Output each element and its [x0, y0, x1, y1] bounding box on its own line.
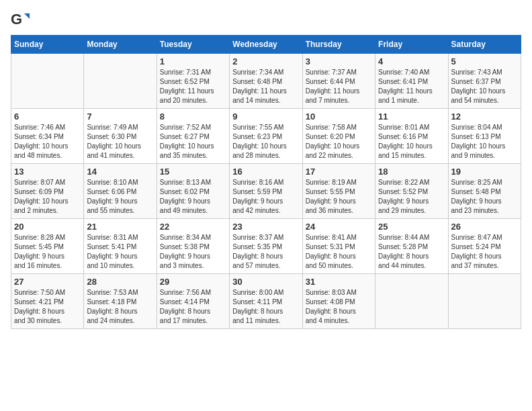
calendar-cell: 22Sunrise: 8:34 AM Sunset: 5:38 PM Dayli…: [157, 219, 229, 274]
day-content: Sunrise: 8:19 AM Sunset: 5:55 PM Dayligh…: [306, 178, 372, 216]
col-header-wednesday: Wednesday: [230, 36, 302, 54]
day-number: 16: [232, 167, 299, 177]
calendar-cell: 26Sunrise: 8:47 AM Sunset: 5:24 PM Dayli…: [448, 219, 521, 274]
calendar-cell: 2Sunrise: 7:34 AM Sunset: 6:48 PM Daylig…: [230, 54, 302, 109]
day-content: Sunrise: 8:25 AM Sunset: 5:48 PM Dayligh…: [451, 178, 518, 216]
day-number: 3: [306, 56, 372, 66]
col-header-friday: Friday: [375, 36, 448, 54]
day-number: 20: [14, 222, 81, 232]
day-content: Sunrise: 8:04 AM Sunset: 6:13 PM Dayligh…: [451, 123, 518, 161]
calendar-cell: 1Sunrise: 7:31 AM Sunset: 6:52 PM Daylig…: [157, 54, 229, 109]
calendar-cell: [448, 274, 521, 329]
day-number: 8: [160, 111, 226, 122]
day-content: Sunrise: 8:22 AM Sunset: 5:52 PM Dayligh…: [378, 178, 445, 216]
day-number: 17: [306, 167, 372, 177]
day-content: Sunrise: 7:31 AM Sunset: 6:52 PM Dayligh…: [160, 68, 226, 105]
day-number: 14: [87, 167, 153, 177]
calendar-cell: 8Sunrise: 7:52 AM Sunset: 6:27 PM Daylig…: [157, 109, 229, 164]
day-content: Sunrise: 8:41 AM Sunset: 5:31 PM Dayligh…: [306, 233, 372, 271]
day-number: 2: [232, 56, 299, 66]
day-number: 9: [232, 111, 299, 122]
day-content: Sunrise: 8:16 AM Sunset: 5:59 PM Dayligh…: [232, 178, 299, 216]
day-content: Sunrise: 8:01 AM Sunset: 6:16 PM Dayligh…: [378, 123, 445, 161]
calendar-cell: 5Sunrise: 7:43 AM Sunset: 6:37 PM Daylig…: [448, 54, 521, 109]
calendar-cell: 24Sunrise: 8:41 AM Sunset: 5:31 PM Dayli…: [302, 219, 375, 274]
calendar-cell: 12Sunrise: 8:04 AM Sunset: 6:13 PM Dayli…: [448, 109, 521, 164]
calendar-cell: 11Sunrise: 8:01 AM Sunset: 6:16 PM Dayli…: [375, 109, 448, 164]
calendar-cell: 13Sunrise: 8:07 AM Sunset: 6:09 PM Dayli…: [11, 164, 84, 219]
day-content: Sunrise: 7:50 AM Sunset: 4:21 PM Dayligh…: [14, 288, 81, 326]
day-content: Sunrise: 7:56 AM Sunset: 4:14 PM Dayligh…: [160, 288, 226, 326]
day-content: Sunrise: 7:37 AM Sunset: 6:44 PM Dayligh…: [306, 68, 372, 105]
day-number: 7: [87, 111, 153, 122]
calendar-cell: 29Sunrise: 7:56 AM Sunset: 4:14 PM Dayli…: [157, 274, 229, 329]
day-number: 19: [451, 167, 518, 177]
day-content: Sunrise: 7:52 AM Sunset: 6:27 PM Dayligh…: [160, 123, 226, 161]
calendar-cell: [11, 54, 84, 109]
col-header-monday: Monday: [84, 36, 157, 54]
calendar-cell: 25Sunrise: 8:44 AM Sunset: 5:28 PM Dayli…: [375, 219, 448, 274]
week-row-2: 13Sunrise: 8:07 AM Sunset: 6:09 PM Dayli…: [11, 164, 521, 219]
logo-icon: G: [11, 11, 30, 30]
day-content: Sunrise: 8:37 AM Sunset: 5:35 PM Dayligh…: [232, 233, 299, 271]
day-number: 28: [87, 277, 153, 287]
col-header-thursday: Thursday: [302, 36, 375, 54]
calendar-cell: 14Sunrise: 8:10 AM Sunset: 6:06 PM Dayli…: [84, 164, 157, 219]
calendar-cell: 23Sunrise: 8:37 AM Sunset: 5:35 PM Dayli…: [230, 219, 302, 274]
day-content: Sunrise: 7:40 AM Sunset: 6:41 PM Dayligh…: [378, 68, 445, 105]
calendar-cell: 9Sunrise: 7:55 AM Sunset: 6:23 PM Daylig…: [230, 109, 302, 164]
week-row-1: 6Sunrise: 7:46 AM Sunset: 6:34 PM Daylig…: [11, 109, 521, 164]
day-content: Sunrise: 8:00 AM Sunset: 4:11 PM Dayligh…: [232, 288, 299, 326]
calendar-cell: 16Sunrise: 8:16 AM Sunset: 5:59 PM Dayli…: [230, 164, 302, 219]
day-number: 12: [451, 111, 518, 122]
day-number: 1: [160, 56, 226, 66]
day-content: Sunrise: 7:34 AM Sunset: 6:48 PM Dayligh…: [232, 68, 299, 105]
day-number: 15: [160, 167, 226, 177]
calendar-cell: 17Sunrise: 8:19 AM Sunset: 5:55 PM Dayli…: [302, 164, 375, 219]
day-number: 5: [451, 56, 518, 66]
calendar-cell: 6Sunrise: 7:46 AM Sunset: 6:34 PM Daylig…: [11, 109, 84, 164]
day-number: 27: [14, 277, 81, 287]
week-row-0: 1Sunrise: 7:31 AM Sunset: 6:52 PM Daylig…: [11, 54, 521, 109]
calendar-cell: 28Sunrise: 7:53 AM Sunset: 4:18 PM Dayli…: [84, 274, 157, 329]
day-content: Sunrise: 8:28 AM Sunset: 5:45 PM Dayligh…: [14, 233, 81, 271]
day-number: 26: [451, 222, 518, 232]
calendar-cell: [375, 274, 448, 329]
calendar-cell: 15Sunrise: 8:13 AM Sunset: 6:02 PM Dayli…: [157, 164, 229, 219]
day-content: Sunrise: 8:34 AM Sunset: 5:38 PM Dayligh…: [160, 233, 226, 271]
calendar-cell: 27Sunrise: 7:50 AM Sunset: 4:21 PM Dayli…: [11, 274, 84, 329]
calendar-cell: [84, 54, 157, 109]
logo: G: [11, 11, 32, 30]
day-content: Sunrise: 7:43 AM Sunset: 6:37 PM Dayligh…: [451, 68, 518, 105]
day-content: Sunrise: 8:07 AM Sunset: 6:09 PM Dayligh…: [14, 178, 81, 216]
week-row-3: 20Sunrise: 8:28 AM Sunset: 5:45 PM Dayli…: [11, 219, 521, 274]
svg-marker-1: [24, 13, 30, 19]
day-number: 6: [14, 111, 81, 122]
day-content: Sunrise: 7:46 AM Sunset: 6:34 PM Dayligh…: [14, 123, 81, 161]
day-number: 22: [160, 222, 226, 232]
day-content: Sunrise: 8:13 AM Sunset: 6:02 PM Dayligh…: [160, 178, 226, 216]
day-number: 18: [378, 167, 445, 177]
day-number: 29: [160, 277, 226, 287]
calendar-cell: 3Sunrise: 7:37 AM Sunset: 6:44 PM Daylig…: [302, 54, 375, 109]
calendar-cell: 20Sunrise: 8:28 AM Sunset: 5:45 PM Dayli…: [11, 219, 84, 274]
day-number: 31: [306, 277, 372, 287]
calendar-cell: 21Sunrise: 8:31 AM Sunset: 5:41 PM Dayli…: [84, 219, 157, 274]
calendar-cell: 31Sunrise: 8:03 AM Sunset: 4:08 PM Dayli…: [302, 274, 375, 329]
day-content: Sunrise: 8:03 AM Sunset: 4:08 PM Dayligh…: [306, 288, 372, 326]
day-content: Sunrise: 8:10 AM Sunset: 6:06 PM Dayligh…: [87, 178, 153, 216]
calendar-cell: 7Sunrise: 7:49 AM Sunset: 6:30 PM Daylig…: [84, 109, 157, 164]
calendar-cell: 30Sunrise: 8:00 AM Sunset: 4:11 PM Dayli…: [230, 274, 302, 329]
col-header-tuesday: Tuesday: [157, 36, 229, 54]
day-content: Sunrise: 8:47 AM Sunset: 5:24 PM Dayligh…: [451, 233, 518, 271]
calendar-cell: 4Sunrise: 7:40 AM Sunset: 6:41 PM Daylig…: [375, 54, 448, 109]
header: G: [11, 11, 521, 30]
day-number: 4: [378, 56, 445, 66]
calendar-cell: 19Sunrise: 8:25 AM Sunset: 5:48 PM Dayli…: [448, 164, 521, 219]
day-number: 11: [378, 111, 445, 122]
col-header-sunday: Sunday: [11, 36, 84, 54]
day-number: 10: [306, 111, 372, 122]
day-number: 24: [306, 222, 372, 232]
day-number: 25: [378, 222, 445, 232]
calendar-table: SundayMondayTuesdayWednesdayThursdayFrid…: [11, 35, 521, 329]
